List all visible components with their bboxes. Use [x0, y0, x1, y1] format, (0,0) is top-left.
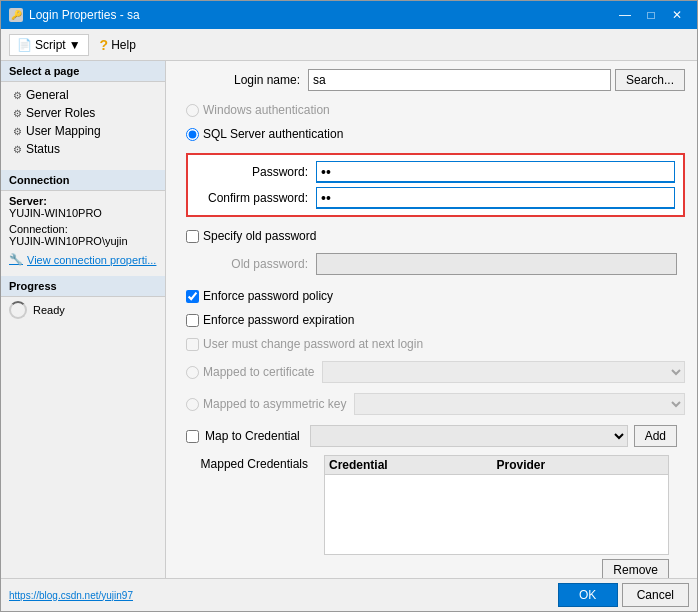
server-label: Server:: [9, 195, 157, 207]
sidebar-item-label: Status: [26, 142, 60, 156]
title-bar-text: Login Properties - sa: [29, 8, 613, 22]
map-credential-label: Map to Credential: [205, 429, 300, 443]
chevron-down-icon: ▼: [69, 38, 81, 52]
view-connection-link[interactable]: 🔧 View connection properti...: [1, 251, 165, 268]
maximize-button[interactable]: □: [639, 5, 663, 25]
mapped-asymmetric-label: Mapped to asymmetric key: [203, 397, 346, 411]
enforce-expiration-label: Enforce password expiration: [203, 313, 354, 327]
server-value: YUJIN-WIN10PRO: [9, 207, 157, 219]
mapped-credentials-box: Mapped Credentials Credential Provider R…: [178, 455, 685, 578]
title-bar: 🔑 Login Properties - sa — □ ✕: [1, 1, 697, 29]
sidebar-item-user-mapping[interactable]: ⚙ User Mapping: [1, 122, 165, 140]
progress-status: Ready: [33, 304, 65, 316]
server-roles-icon: ⚙: [13, 108, 22, 119]
help-button[interactable]: ? Help: [93, 34, 143, 56]
enforce-expiration-row: Enforce password expiration: [178, 311, 685, 329]
credential-table: Credential Provider: [324, 455, 669, 555]
main-layout: Select a page ⚙ General ⚙ Server Roles ⚙…: [1, 61, 697, 578]
enforce-policy-label: Enforce password policy: [203, 289, 333, 303]
mapped-credentials-label: Mapped Credentials: [186, 455, 316, 473]
password-input[interactable]: [316, 161, 675, 183]
sidebar-item-label: User Mapping: [26, 124, 101, 138]
mapped-certificate-label: Mapped to certificate: [203, 365, 314, 379]
toolbar: 📄 Script ▼ ? Help: [1, 29, 697, 61]
close-button[interactable]: ✕: [665, 5, 689, 25]
login-name-row: Login name: Search...: [178, 69, 685, 91]
status-icon: ⚙: [13, 144, 22, 155]
old-password-label: Old password:: [186, 257, 316, 271]
sidebar-items: ⚙ General ⚙ Server Roles ⚙ User Mapping …: [1, 82, 165, 162]
progress-spinner: [9, 301, 27, 319]
progress-header: Progress: [1, 276, 165, 297]
map-credential-checkbox[interactable]: [186, 430, 199, 443]
window-icon: 🔑: [9, 8, 23, 22]
content-area: Login name: Search... Windows authentica…: [166, 61, 697, 578]
general-icon: ⚙: [13, 90, 22, 101]
confirm-password-label: Confirm password:: [196, 191, 316, 205]
password-row: Password:: [196, 161, 675, 183]
sidebar-item-label: Server Roles: [26, 106, 95, 120]
sidebar-item-label: General: [26, 88, 69, 102]
ok-button[interactable]: OK: [558, 583, 618, 607]
main-window: 🔑 Login Properties - sa — □ ✕ 📄 Script ▼…: [0, 0, 698, 612]
mapped-asymmetric-row: Mapped to asymmetric key: [178, 391, 685, 417]
specify-old-password-row: Specify old password: [178, 227, 685, 245]
search-button[interactable]: Search...: [615, 69, 685, 91]
connection-section: Connection Server: YUJIN-WIN10PRO Connec…: [1, 170, 165, 268]
windows-auth-row: Windows authentication: [178, 101, 685, 119]
password-section: Password: Confirm password:: [186, 153, 685, 217]
confirm-password-row: Confirm password:: [196, 187, 675, 209]
specify-old-password-checkbox[interactable]: [186, 230, 199, 243]
progress-content: Ready: [1, 297, 165, 323]
map-credential-select[interactable]: [310, 425, 628, 447]
footer: https://blog.csdn.net/yujin97 OK Cancel: [1, 578, 697, 611]
credential-col-header: Credential: [329, 458, 497, 472]
sql-auth-label: SQL Server authentication: [203, 127, 343, 141]
password-label: Password:: [196, 165, 316, 179]
login-name-input[interactable]: [308, 69, 611, 91]
confirm-password-input[interactable]: [316, 187, 675, 209]
user-mapping-icon: ⚙: [13, 126, 22, 137]
enforce-policy-checkbox[interactable]: [186, 290, 199, 303]
sql-auth-row: SQL Server authentication: [178, 125, 685, 143]
minimize-button[interactable]: —: [613, 5, 637, 25]
cancel-button[interactable]: Cancel: [622, 583, 689, 607]
specify-old-password-label: Specify old password: [203, 229, 316, 243]
title-bar-buttons: — □ ✕: [613, 5, 689, 25]
sidebar-item-server-roles[interactable]: ⚙ Server Roles: [1, 104, 165, 122]
sidebar-item-general[interactable]: ⚙ General: [1, 86, 165, 104]
script-dropdown[interactable]: 📄 Script ▼: [9, 34, 89, 56]
connection-value: YUJIN-WIN10PRO\yujin: [9, 235, 157, 247]
sidebar-item-status[interactable]: ⚙ Status: [1, 140, 165, 158]
sidebar: Select a page ⚙ General ⚙ Server Roles ⚙…: [1, 61, 166, 578]
mapped-certificate-radio[interactable]: [186, 366, 199, 379]
mapped-asymmetric-select[interactable]: [354, 393, 685, 415]
connection-link-icon: 🔧: [9, 253, 23, 266]
user-must-change-checkbox[interactable]: [186, 338, 199, 351]
connection-label: Connection:: [9, 223, 157, 235]
enforce-expiration-checkbox[interactable]: [186, 314, 199, 327]
enforce-policy-row: Enforce password policy: [178, 287, 685, 305]
mapped-certificate-row: Mapped to certificate: [178, 359, 685, 385]
progress-section: Progress Ready: [1, 276, 165, 323]
connection-header: Connection: [1, 170, 165, 191]
map-credential-row: Map to Credential Add: [178, 423, 685, 449]
mapped-certificate-select[interactable]: [322, 361, 685, 383]
windows-auth-label: Windows authentication: [203, 103, 330, 117]
script-icon: 📄: [17, 38, 32, 52]
user-must-change-label: User must change password at next login: [203, 337, 423, 351]
credential-table-header: Credential Provider: [325, 456, 668, 475]
sql-auth-radio[interactable]: [186, 128, 199, 141]
footer-link[interactable]: https://blog.csdn.net/yujin97: [9, 590, 133, 601]
old-password-input[interactable]: [316, 253, 677, 275]
user-must-change-row: User must change password at next login: [178, 335, 685, 353]
remove-button[interactable]: Remove: [602, 559, 669, 578]
windows-auth-radio[interactable]: [186, 104, 199, 117]
select-page-header: Select a page: [1, 61, 165, 82]
help-icon: ?: [100, 37, 109, 53]
old-password-row: Old password:: [178, 251, 685, 277]
provider-col-header: Provider: [497, 458, 665, 472]
mapped-asymmetric-radio[interactable]: [186, 398, 199, 411]
script-button[interactable]: 📄 Script ▼: [10, 35, 88, 55]
add-button[interactable]: Add: [634, 425, 677, 447]
